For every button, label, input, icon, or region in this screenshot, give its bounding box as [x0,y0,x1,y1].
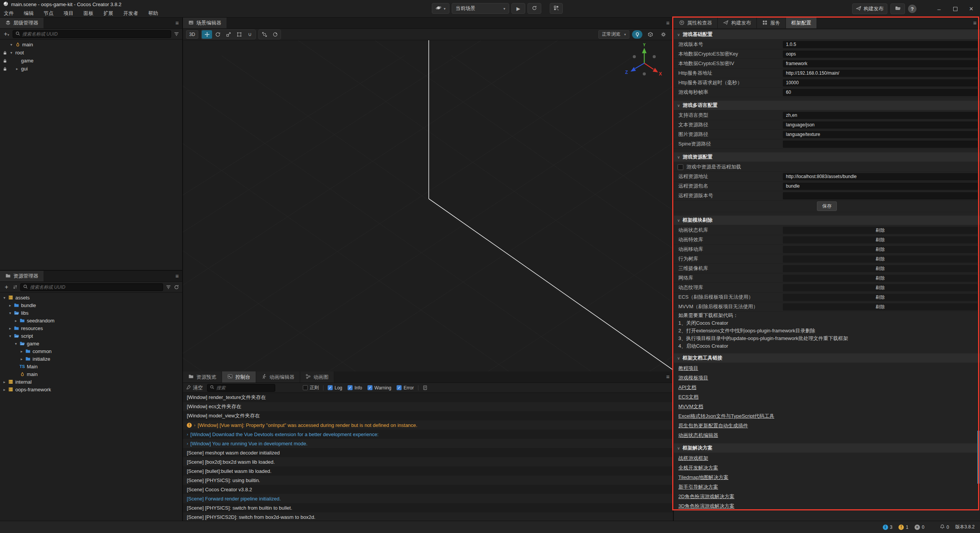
scene-light-button[interactable] [632,30,642,39]
scene-viewport[interactable]: Y X Z [183,40,673,371]
doc-link[interactable]: API文档 [674,383,696,392]
text-input[interactable]: 60 [783,89,978,96]
tab-console-2[interactable]: 动画编辑器 [256,371,300,383]
section-header[interactable]: ∨ 框架模块剔除 [674,216,980,225]
console-message[interactable]: [Scene] Cocos Creator v3.8.2 [183,485,673,494]
text-input[interactable]: 10000 [783,79,978,87]
console-message[interactable]: › [Window] Download the Vue Devtools ext… [183,430,673,439]
text-input[interactable]: http://192.168.0.150/main/ [783,70,978,77]
tab-console-0[interactable]: 资源预览 [183,371,222,383]
console-search[interactable] [207,384,275,392]
console-message[interactable]: ! › [Window] [Vue warn]: Property "onInp… [183,420,673,430]
chevron-down-icon[interactable]: ▾ [8,43,14,47]
chevron-right-icon[interactable]: ▸ [19,349,24,353]
platform-button[interactable]: ▾ [432,3,449,14]
remove-module-button[interactable]: 剔除 [783,303,978,311]
move-tool-button[interactable] [202,30,212,39]
hierarchy-node[interactable]: ▾ root [0,49,182,57]
section-header[interactable]: ∨ 游戏多语言配置 [674,101,980,110]
text-input[interactable]: 1.0.5 [783,41,978,48]
build-publish-button[interactable]: 构建发布 [852,3,887,14]
doc-link[interactable]: ECS文档 [674,392,699,402]
chevron-right-icon[interactable]: ▸ [14,67,20,71]
assets-search[interactable] [20,283,163,291]
filter-error-checkbox[interactable]: ✓ Error [397,385,414,391]
console-message[interactable]: [Scene] [PHYSICS]: switch from builtin t… [183,503,673,512]
hierarchy-node[interactable]: ▸ gui [0,65,182,73]
panel-menu-icon[interactable]: ≡ [175,20,179,26]
console-message[interactable]: [Window] render_texture文件夹存在 [183,393,673,402]
doc-link[interactable]: Tiledmap地图解决方案 [674,473,728,482]
assets-search-input[interactable] [30,284,160,290]
collapse-log-icon[interactable] [423,385,428,390]
doc-link[interactable]: 战棋游戏框架 [674,453,708,463]
filter-info-checkbox[interactable]: ✓ Info [348,385,362,391]
menu-4[interactable]: 面板 [83,10,93,17]
scale-tool-button[interactable] [223,30,234,39]
text-input[interactable]: oops [783,51,978,58]
text-input[interactable]: language/texture [783,131,978,138]
tab-inspector-3[interactable]: 框架配置 [786,18,817,28]
section-header[interactable]: ∨ 框架解决方案 [674,443,980,453]
doc-link[interactable]: 新手引导解决方案 [674,482,718,492]
chevron-down-icon[interactable]: ▾ [13,342,19,346]
asset-node[interactable]: ▾ game [0,340,182,347]
view-mode-select[interactable]: 正常浏览 ▾ [598,30,629,39]
console-message[interactable]: [Window] model_view文件夹存在 [183,411,673,420]
scrollbar-thumb[interactable] [977,431,980,484]
chevron-right-icon[interactable]: ▸ [7,326,13,330]
doc-link[interactable]: 2D角色扮演游戏解决方案 [674,492,735,501]
doc-link[interactable]: 全栈开发解决方案 [674,463,718,473]
doc-link[interactable]: 游戏模板项目 [674,373,708,383]
console-message[interactable]: [Window] ecs文件夹存在 [183,402,673,411]
maximize-button[interactable] [949,3,962,15]
create-node-button[interactable]: +▾ [3,31,10,38]
help-button[interactable]: ? [908,5,916,13]
lock-icon[interactable] [2,67,8,71]
doc-link[interactable]: 原生包热更新配置自动生成插件 [674,421,748,430]
status-info-counter[interactable]: i 3 [883,525,893,530]
scene-settings-gear-button[interactable] [658,30,668,39]
chevron-right-icon[interactable]: ▸ [19,357,24,361]
menu-3[interactable]: 项目 [64,10,74,17]
remote-load-checkbox[interactable] [678,164,683,170]
minimize-button[interactable]: – [933,3,946,15]
filter-icon[interactable] [174,31,179,37]
menu-5[interactable]: 扩展 [103,10,113,17]
console-search-input[interactable] [216,385,273,391]
scene-box-button[interactable] [645,30,655,39]
hierarchy-search[interactable] [13,30,171,38]
doc-link[interactable]: MVVM文档 [674,402,703,411]
doc-link[interactable]: 教程项目 [674,363,698,373]
status-warning-counter[interactable]: ! 1 [898,525,908,530]
panel-menu-icon[interactable]: ≡ [666,373,670,380]
text-input[interactable]: http://localhost:8083/assets/bundle [783,173,978,180]
tab-inspector-2[interactable]: 服务 [757,18,786,28]
anchor-tool-button[interactable]: ∪ [245,30,255,39]
chevron-right-icon[interactable]: ▸ [2,387,7,392]
asset-node[interactable]: ▸ initialize [0,355,182,363]
asset-node[interactable]: ▸ oops-framework [0,386,182,393]
console-message[interactable]: [Scene] [bullet]:bullet wasm lib loaded. [183,466,673,476]
asset-node[interactable]: ▸ seedrandom [0,317,182,324]
chevron-down-icon[interactable]: ▾ [7,334,13,338]
chevron-down-icon[interactable]: ▾ [7,311,13,315]
coordinate-mode-button[interactable] [270,30,280,39]
panel-menu-icon[interactable]: ≡ [973,20,977,26]
hierarchy-node[interactable]: ▾ main [0,41,182,49]
asset-node[interactable]: main [0,370,182,378]
menu-7[interactable]: 帮助 [148,10,158,17]
doc-link[interactable]: Excel格式转Json文件与TypeScript代码工具 [674,411,774,421]
close-button[interactable]: × [965,3,978,15]
remove-module-button[interactable]: 剔除 [783,246,978,253]
console-clear-button[interactable]: 清空 [186,384,204,391]
chevron-right-icon[interactable]: ▸ [7,303,13,307]
chevron-down-icon[interactable]: ▾ [8,51,14,55]
save-button[interactable]: 保存 [817,201,837,211]
console-message[interactable]: [Scene] Forward render pipeline initiali… [183,494,673,503]
console-message[interactable]: › [Window] You are running Vue in develo… [183,439,673,448]
text-input[interactable]: zh,en [783,112,978,119]
reload-button[interactable] [528,3,541,14]
text-input[interactable]: framework [783,60,978,67]
text-input[interactable]: bundle [783,183,978,190]
